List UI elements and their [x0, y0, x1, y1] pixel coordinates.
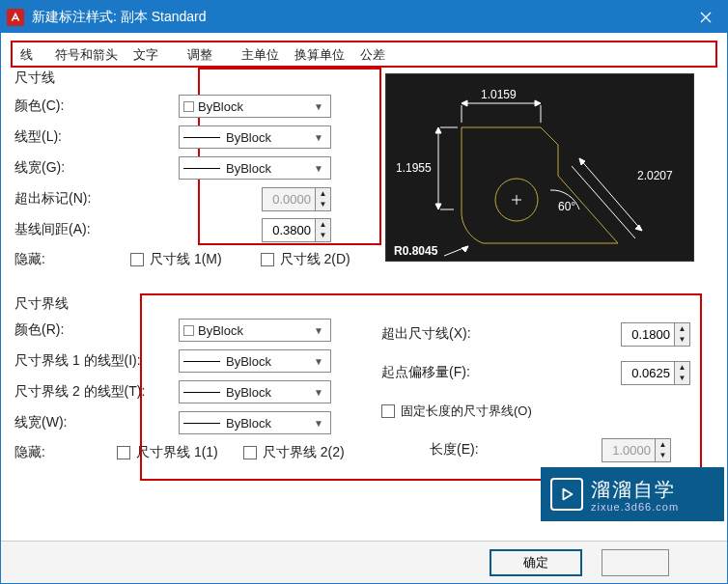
beyond-spinner[interactable]: ▲▼: [621, 322, 690, 347]
watermark-brand: 溜溜自学: [591, 477, 679, 503]
checkbox-icon: [381, 404, 395, 418]
chevron-down-icon: ▼: [311, 132, 326, 143]
dimension-lines-group: 尺寸线 颜色(C): ByBlock ▼ 线型(L): ByBlock ▼: [14, 70, 381, 268]
color-swatch-icon: [183, 101, 194, 112]
spin-down-icon[interactable]: ▼: [656, 450, 670, 461]
preview-dim-top: 1.0159: [481, 88, 517, 101]
length-input[interactable]: [602, 439, 655, 461]
tab-tolerance[interactable]: 公差: [352, 42, 393, 66]
tab-strip: 线 符号和箭头 文字 调整 主单位 换算单位 公差: [11, 41, 717, 68]
window-title: 新建标注样式: 副本 Standard: [32, 9, 684, 26]
preview-dim-angle: 60°: [558, 200, 575, 213]
linetype-value: ByBlock: [226, 130, 311, 145]
preview-panel: 1.0159 1.1955 2.0207 60° R0.8045: [385, 73, 694, 262]
tab-lines[interactable]: 线: [13, 42, 47, 66]
checkbox-icon: [261, 253, 274, 266]
line-preview-icon: [183, 168, 220, 169]
line-preview-icon: [183, 392, 220, 393]
spin-up-icon[interactable]: ▲: [656, 439, 670, 451]
checkbox-icon: [243, 446, 257, 459]
ext-lt2-combo[interactable]: ByBlock ▼: [179, 380, 331, 403]
ext-lt2-label: 尺寸界线 2 的线型(T):: [14, 383, 179, 401]
watermark: 溜溜自学 zixue.3d66.com: [541, 467, 724, 521]
spin-down-icon[interactable]: ▼: [675, 373, 689, 384]
color-combo[interactable]: ByBlock ▼: [179, 95, 331, 118]
ext-lt1-label: 尺寸界线 1 的线型(I):: [14, 352, 179, 370]
ext-hide-label: 隐藏:: [14, 444, 92, 461]
line-preview-icon: [183, 137, 220, 138]
fixed-length-check[interactable]: 固定长度的尺寸界线(O): [381, 403, 532, 420]
offset-spinner[interactable]: ▲▼: [621, 361, 690, 385]
tab-alt-units[interactable]: 换算单位: [287, 42, 352, 66]
linetype-combo[interactable]: ByBlock ▼: [179, 125, 331, 149]
lineweight-combo[interactable]: ByBlock ▼: [179, 156, 331, 180]
ext-lt1-combo[interactable]: ByBlock ▼: [179, 349, 331, 373]
preview-dim-radius: R0.8045: [394, 244, 437, 258]
secondary-button[interactable]: [602, 549, 669, 576]
ext-color-combo[interactable]: ByBlock ▼: [179, 319, 331, 342]
lineweight-label: 线宽(G):: [14, 159, 179, 177]
tab-text[interactable]: 文字: [126, 42, 166, 66]
watermark-sub: zixue.3d66.com: [591, 501, 679, 513]
length-spinner[interactable]: ▲▼: [602, 438, 671, 462]
beyond-input[interactable]: [622, 323, 674, 346]
chevron-down-icon: ▼: [311, 418, 326, 429]
checkbox-icon: [130, 253, 144, 266]
ext-lw-label: 线宽(W):: [14, 414, 179, 431]
lineweight-value: ByBlock: [226, 161, 311, 176]
close-button[interactable]: [684, 1, 727, 33]
ext-lt2-value: ByBlock: [226, 385, 311, 400]
extend-label: 超出标记(N):: [14, 190, 179, 208]
preview-dim-diag: 2.0207: [637, 169, 673, 182]
spin-up-icon[interactable]: ▲: [675, 362, 689, 374]
hide-extline1-check[interactable]: 尺寸界线 1(1): [117, 444, 218, 461]
dialog-window: 新建标注样式: 副本 Standard 线 符号和箭头 文字 调整 主单位 换算…: [0, 0, 728, 584]
line-preview-icon: [183, 423, 220, 424]
chevron-down-icon: ▼: [311, 101, 326, 112]
ext-lw-combo[interactable]: ByBlock ▼: [179, 411, 331, 434]
hide-dimline2-check[interactable]: 尺寸线 2(D): [261, 251, 350, 268]
chevron-down-icon: ▼: [311, 325, 326, 336]
color-swatch-icon: [183, 325, 194, 336]
beyond-label: 超出尺寸线(X):: [381, 325, 546, 343]
linetype-label: 线型(L):: [14, 128, 179, 146]
svg-line-10: [579, 158, 642, 231]
baseline-label: 基线间距(A):: [14, 221, 179, 238]
title-bar: 新建标注样式: 副本 Standard: [1, 1, 727, 33]
app-icon: [7, 9, 24, 26]
ext-lt1-value: ByBlock: [226, 354, 311, 369]
spin-down-icon[interactable]: ▼: [675, 334, 689, 346]
color-label: 颜色(C):: [14, 97, 179, 115]
extlines-title: 尺寸界线: [14, 295, 710, 313]
preview-dim-left: 1.1955: [396, 161, 432, 175]
ext-lw-value: ByBlock: [226, 416, 311, 431]
chevron-down-icon: ▼: [311, 163, 326, 174]
chevron-down-icon: ▼: [311, 356, 326, 367]
offset-label: 起点偏移量(F):: [381, 364, 546, 381]
tab-symbols[interactable]: 符号和箭头: [47, 42, 126, 66]
ext-color-value: ByBlock: [198, 323, 311, 338]
hide-extline2-check[interactable]: 尺寸界线 2(2): [243, 444, 345, 461]
spin-up-icon[interactable]: ▲: [675, 323, 689, 335]
tab-fit[interactable]: 调整: [180, 42, 220, 66]
hide-label: 隐藏:: [14, 251, 92, 268]
extension-lines-group: 尺寸界线 颜色(R): ByBlock ▼ 尺寸界线 1 的线型(I): ByB…: [14, 295, 710, 317]
tab-primary-units[interactable]: 主单位: [234, 42, 287, 66]
length-label: 长度(E):: [381, 441, 546, 459]
ext-color-label: 颜色(R):: [14, 321, 179, 339]
offset-input[interactable]: [622, 362, 674, 384]
play-icon: [550, 478, 583, 511]
line-preview-icon: [183, 361, 220, 362]
chevron-down-icon: ▼: [311, 387, 326, 398]
checkbox-icon: [117, 446, 130, 459]
color-value: ByBlock: [198, 99, 311, 114]
bottom-bar: 确定: [1, 541, 727, 583]
hide-dimline1-check[interactable]: 尺寸线 1(M): [130, 251, 222, 268]
ok-button[interactable]: 确定: [490, 549, 582, 576]
